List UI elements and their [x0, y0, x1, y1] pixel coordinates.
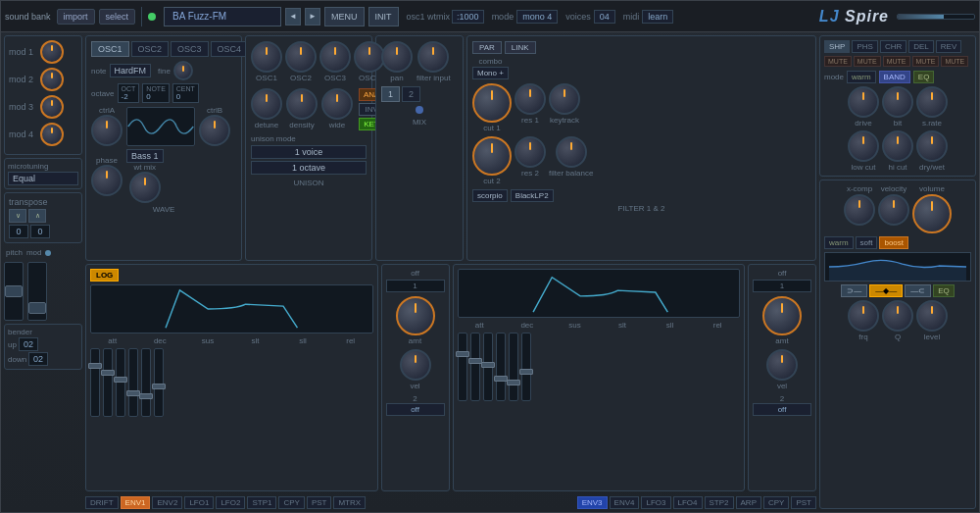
phase-knob[interactable]: [91, 165, 122, 196]
srate-knob[interactable]: [916, 86, 948, 118]
sll2-fader[interactable]: [509, 333, 518, 401]
phs-tab[interactable]: PHS: [852, 40, 877, 53]
init-button[interactable]: INIT: [368, 7, 399, 26]
tab-osc4[interactable]: OSC4: [211, 41, 249, 57]
unison-voices-display[interactable]: 1 voice: [251, 145, 367, 159]
band-button[interactable]: BAND: [879, 71, 910, 83]
keytrack-knob[interactable]: [549, 83, 580, 115]
menu-button[interactable]: MENU: [324, 7, 365, 26]
osc1-level-knob[interactable]: [251, 41, 282, 73]
att2-fader[interactable]: [458, 333, 467, 401]
xcomp-knob[interactable]: [844, 194, 875, 226]
hicut-knob[interactable]: [882, 130, 913, 162]
wide-knob[interactable]: [321, 88, 353, 120]
transpose-up-button[interactable]: ∧: [28, 209, 46, 223]
pitch-slider[interactable]: [4, 262, 24, 321]
res1-knob[interactable]: [514, 83, 546, 115]
par-button[interactable]: PAR: [472, 41, 502, 54]
bender-up-value[interactable]: 02: [19, 337, 38, 351]
lfo2-tab[interactable]: LFO2: [216, 496, 245, 509]
tab-osc1[interactable]: OSC1: [91, 41, 129, 57]
transpose-down-button[interactable]: ∨: [9, 209, 26, 223]
eq-mode-button[interactable]: EQ: [913, 71, 935, 83]
filter-input-knob[interactable]: [417, 41, 449, 73]
lowcut-knob[interactable]: [848, 130, 879, 162]
shp-tab[interactable]: SHP: [824, 40, 850, 53]
rel2-fader[interactable]: [521, 333, 531, 401]
stp2-tab[interactable]: STP2: [705, 496, 734, 509]
filter2-type[interactable]: BlackLP2: [511, 189, 554, 202]
tab-osc2[interactable]: OSC2: [131, 41, 170, 57]
bender-down-value[interactable]: 02: [28, 352, 48, 366]
att-fader[interactable]: [90, 348, 100, 417]
amt2-knob[interactable]: [762, 296, 802, 335]
pst2-env-tab[interactable]: PST: [791, 496, 816, 509]
bit-knob[interactable]: [882, 86, 913, 118]
mod-slider[interactable]: [27, 262, 47, 321]
rel-fader[interactable]: [154, 348, 164, 417]
drive-knob[interactable]: [848, 86, 879, 118]
env4-tab[interactable]: ENV4: [610, 496, 640, 509]
chr-tab[interactable]: CHR: [880, 40, 906, 53]
q-knob[interactable]: [882, 300, 913, 332]
microtuning-value[interactable]: Equal: [8, 172, 78, 185]
ctrla-knob[interactable]: [91, 115, 122, 146]
density-knob[interactable]: [286, 88, 318, 120]
rev-mute-button[interactable]: MUTE: [941, 56, 968, 67]
eq-preset1-button[interactable]: ⊃—: [841, 284, 867, 297]
stp1-tab[interactable]: STP1: [247, 496, 276, 509]
voices-value[interactable]: 04: [594, 10, 615, 24]
sus-fader[interactable]: [116, 348, 125, 417]
slt-fader[interactable]: [128, 348, 138, 417]
detune-knob[interactable]: [251, 88, 282, 120]
unison-octave-display[interactable]: 1 octave: [251, 161, 367, 175]
warm-button[interactable]: warm: [847, 71, 876, 83]
velocity-knob[interactable]: [878, 194, 909, 226]
fine-knob[interactable]: [173, 61, 193, 80]
mod4-knob[interactable]: [40, 123, 64, 146]
amt1-knob[interactable]: [396, 296, 435, 335]
dec2-fader[interactable]: [470, 333, 480, 401]
env1-tab[interactable]: ENV1: [121, 496, 151, 509]
sll-fader[interactable]: [141, 348, 151, 417]
slt2-fader[interactable]: [496, 333, 506, 401]
mod3-knob[interactable]: [40, 95, 64, 119]
shp-mute-button[interactable]: MUTE: [824, 56, 852, 67]
warm2-button[interactable]: warm: [824, 236, 854, 249]
vel2-knob[interactable]: [766, 349, 798, 381]
env2-tab[interactable]: ENV2: [152, 496, 182, 509]
volume-knob[interactable]: [912, 194, 952, 233]
wave-name-display[interactable]: Bass 1: [126, 149, 164, 163]
rev-tab[interactable]: REV: [936, 40, 961, 53]
lfo1-tab[interactable]: LFO1: [184, 496, 214, 509]
tab-osc3[interactable]: OSC3: [171, 41, 209, 57]
del-mute-button[interactable]: MUTE: [912, 56, 940, 67]
sus2-fader[interactable]: [483, 333, 493, 401]
res2-knob[interactable]: [514, 136, 546, 168]
cut2-knob[interactable]: [472, 136, 512, 176]
filter-balance-knob[interactable]: [556, 136, 587, 168]
input2-display[interactable]: 2: [402, 86, 420, 102]
boost-button[interactable]: boost: [879, 236, 908, 249]
soft-button[interactable]: soft: [856, 236, 878, 249]
midi-value[interactable]: learn: [642, 10, 673, 24]
level-knob[interactable]: [916, 300, 948, 332]
import-button[interactable]: import: [57, 9, 95, 25]
mtrx-tab[interactable]: MTRX: [333, 496, 366, 509]
drift-tab[interactable]: DRIFT: [85, 496, 119, 509]
cpy2-env-tab[interactable]: CPY: [763, 496, 789, 509]
eq-preset2-button[interactable]: —◆—: [869, 284, 903, 297]
frq-knob[interactable]: [848, 300, 879, 332]
mono-display[interactable]: Mono +: [472, 67, 509, 79]
vel1-knob[interactable]: [400, 349, 431, 381]
mod1-knob[interactable]: [40, 40, 64, 64]
osc3-level-knob[interactable]: [319, 41, 351, 73]
prev-preset-button[interactable]: ◄: [285, 8, 301, 26]
filter1-type[interactable]: scorpio: [472, 189, 508, 202]
wtmix-knob[interactable]: [129, 172, 161, 203]
note-value[interactable]: HardFM: [110, 64, 152, 77]
log-button[interactable]: LOG: [90, 269, 119, 282]
pan-knob[interactable]: [381, 41, 413, 73]
lfo4-tab[interactable]: LFO4: [673, 496, 703, 509]
ctrlb-knob[interactable]: [199, 115, 230, 146]
